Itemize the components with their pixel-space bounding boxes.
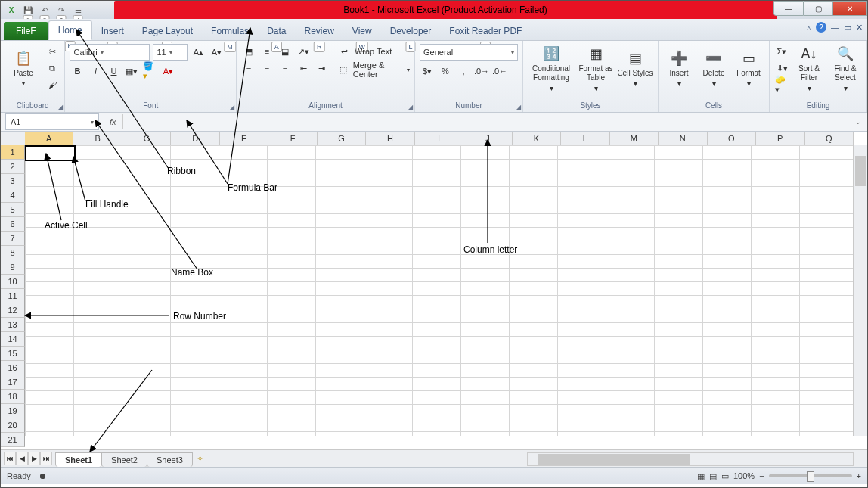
horizontal-scrollbar[interactable] bbox=[527, 452, 854, 466]
name-box[interactable]: A1▾ bbox=[5, 113, 99, 130]
row-header-3[interactable]: 3 bbox=[1, 174, 25, 188]
new-sheet-button[interactable]: ✧ bbox=[192, 454, 208, 464]
zoom-in-button[interactable]: + bbox=[857, 471, 861, 480]
row-header-6[interactable]: 6 bbox=[1, 217, 25, 232]
fill-color-button[interactable]: 🪣▾ bbox=[142, 64, 157, 79]
row-headers[interactable]: 1 2 3 4 5 6 7 8 9 10 11 12 13 14 15 16 1… bbox=[1, 145, 25, 436]
row-header-17[interactable]: 17 bbox=[1, 375, 25, 390]
align-center-button[interactable]: ≡ bbox=[259, 61, 274, 76]
fill-button[interactable]: ⬇▾ bbox=[774, 61, 789, 76]
formula-input[interactable] bbox=[122, 114, 781, 129]
row-header-1[interactable]: 1 bbox=[1, 145, 25, 160]
format-as-table-button[interactable]: ▦Format as Table▾ bbox=[578, 44, 614, 94]
row-header-14[interactable]: 14 bbox=[1, 332, 25, 347]
tab-view[interactable]: ViewW bbox=[343, 22, 381, 40]
column-headers[interactable]: A B C D E F G H I J K L M N O P Q bbox=[25, 132, 854, 145]
tab-home[interactable]: HomeH bbox=[48, 20, 92, 40]
format-painter-button[interactable]: 🖌 bbox=[45, 77, 60, 92]
font-family-combo[interactable]: Calibri▾ bbox=[70, 44, 150, 61]
last-sheet-button[interactable]: ⏭ bbox=[40, 452, 52, 465]
autosum-button[interactable]: Σ▾ bbox=[774, 44, 789, 59]
col-header-E[interactable]: E bbox=[220, 132, 268, 146]
tab-page-layout[interactable]: Page LayoutP bbox=[133, 22, 202, 40]
clear-button[interactable]: 🧽▾ bbox=[774, 77, 789, 92]
row-header-21[interactable]: 21 bbox=[1, 433, 25, 447]
paste-button[interactable]: 📋Paste▾ bbox=[5, 44, 42, 94]
maximize-button[interactable]: ▢ bbox=[804, 1, 833, 16]
mdi-close-icon[interactable]: ✕ bbox=[856, 23, 863, 33]
row-header-20[interactable]: 20 bbox=[1, 418, 25, 433]
vertical-scrollbar[interactable] bbox=[853, 145, 867, 436]
col-header-P[interactable]: P bbox=[756, 132, 804, 146]
sort-filter-button[interactable]: A↓Sort & Filter▾ bbox=[792, 44, 826, 94]
tab-insert[interactable]: InsertN bbox=[92, 22, 133, 40]
cell-styles-button[interactable]: ▤Cell Styles▾ bbox=[617, 44, 653, 94]
spreadsheet-grid[interactable]: A B C D E F G H I J K L M N O P Q 1 2 3 … bbox=[1, 132, 867, 449]
minimize-ribbon-icon[interactable]: ▵ bbox=[807, 23, 811, 33]
merge-center-button[interactable]: ⬚Merge & Center▾ bbox=[336, 61, 410, 79]
fx-icon[interactable]: fx bbox=[110, 117, 116, 126]
col-header-B[interactable]: B bbox=[73, 132, 122, 146]
col-header-I[interactable]: I bbox=[415, 132, 463, 146]
col-header-J[interactable]: J bbox=[463, 132, 512, 146]
qat-save-button[interactable]: 💾1 bbox=[20, 2, 36, 17]
qat-redo-button[interactable]: ↷3 bbox=[54, 2, 69, 17]
zoom-level[interactable]: 100% bbox=[733, 471, 755, 480]
col-header-D[interactable]: D bbox=[171, 132, 219, 146]
col-header-M[interactable]: M bbox=[610, 132, 659, 146]
find-select-button[interactable]: 🔍Find & Select▾ bbox=[829, 44, 862, 94]
col-header-L[interactable]: L bbox=[561, 132, 609, 146]
borders-button[interactable]: ▦▾ bbox=[124, 64, 139, 79]
align-right-button[interactable]: ≡ bbox=[277, 61, 293, 76]
increase-decimal-button[interactable]: .0→ bbox=[474, 64, 489, 79]
row-header-8[interactable]: 8 bbox=[1, 246, 25, 260]
tab-data[interactable]: DataA bbox=[258, 22, 295, 40]
currency-button[interactable]: $▾ bbox=[420, 64, 435, 79]
row-header-10[interactable]: 10 bbox=[1, 275, 25, 289]
format-cells-button[interactable]: ▭Format▾ bbox=[733, 44, 764, 94]
decrease-decimal-button[interactable]: .0← bbox=[492, 64, 507, 79]
view-page-layout-icon[interactable]: ▤ bbox=[709, 471, 717, 481]
row-header-15[interactable]: 15 bbox=[1, 347, 25, 361]
alignment-dialog-launcher[interactable]: ◢ bbox=[408, 104, 413, 110]
increase-indent-button[interactable]: ⇥ bbox=[314, 61, 329, 76]
tab-formulas[interactable]: FormulasM bbox=[202, 22, 258, 40]
tab-review[interactable]: ReviewR bbox=[295, 22, 343, 40]
view-normal-icon[interactable]: ▦ bbox=[697, 471, 705, 481]
tab-foxit[interactable]: Foxit Reader PDFY bbox=[440, 22, 531, 40]
mdi-restore-icon[interactable]: ▭ bbox=[844, 23, 851, 33]
help-icon[interactable]: ? bbox=[816, 22, 826, 33]
row-header-12[interactable]: 12 bbox=[1, 303, 25, 318]
cut-button[interactable]: ✂ bbox=[45, 44, 60, 59]
select-all-corner[interactable] bbox=[1, 132, 26, 146]
qat-undo-button[interactable]: ↶2 bbox=[37, 2, 52, 17]
comma-button[interactable]: , bbox=[456, 64, 471, 79]
mdi-minimize-icon[interactable]: — bbox=[831, 23, 839, 32]
clipboard-dialog-launcher[interactable]: ◢ bbox=[58, 104, 63, 110]
row-header-18[interactable]: 18 bbox=[1, 390, 25, 404]
col-header-F[interactable]: F bbox=[268, 132, 317, 146]
font-size-combo[interactable]: 11▾ bbox=[153, 44, 188, 61]
row-header-19[interactable]: 19 bbox=[1, 404, 25, 418]
align-bottom-button[interactable]: ⬓ bbox=[277, 44, 293, 59]
align-middle-button[interactable]: ≡ bbox=[259, 44, 274, 59]
orientation-button[interactable]: ↗▾ bbox=[296, 44, 311, 59]
col-header-N[interactable]: N bbox=[659, 132, 707, 146]
row-header-9[interactable]: 9 bbox=[1, 260, 25, 275]
font-dialog-launcher[interactable]: ◢ bbox=[230, 104, 234, 110]
underline-button[interactable]: U bbox=[106, 64, 121, 79]
zoom-out-button[interactable]: − bbox=[759, 471, 764, 480]
number-dialog-launcher[interactable]: ◢ bbox=[516, 104, 521, 110]
tab-developer[interactable]: DeveloperL bbox=[381, 22, 441, 40]
number-format-combo[interactable]: General▾ bbox=[420, 44, 518, 61]
col-header-G[interactable]: G bbox=[318, 132, 366, 146]
percent-button[interactable]: % bbox=[438, 64, 453, 79]
macro-record-icon[interactable]: ⏺ bbox=[39, 471, 47, 480]
tab-file[interactable]: FileF bbox=[4, 22, 48, 40]
qat-customize-button[interactable]: ☰4 bbox=[70, 2, 85, 17]
row-header-7[interactable]: 7 bbox=[1, 232, 25, 246]
active-cell[interactable] bbox=[25, 145, 76, 161]
row-header-5[interactable]: 5 bbox=[1, 203, 25, 217]
insert-cells-button[interactable]: ➕Insert▾ bbox=[663, 44, 695, 94]
row-header-13[interactable]: 13 bbox=[1, 318, 25, 332]
